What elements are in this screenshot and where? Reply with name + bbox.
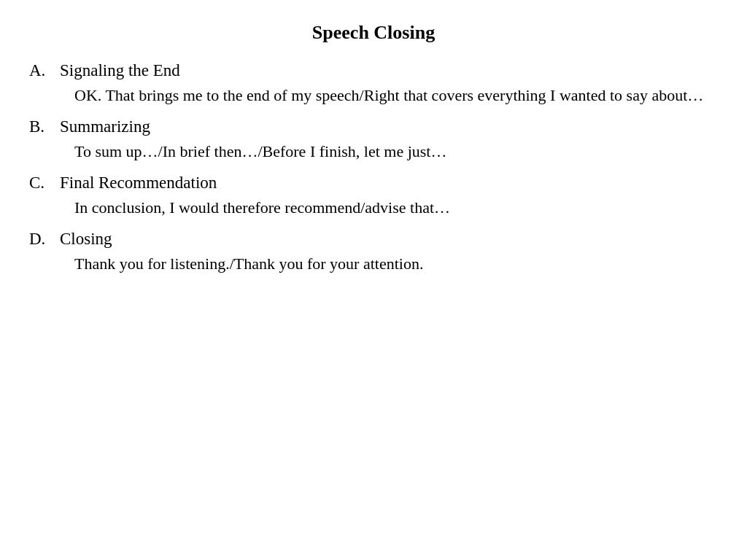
section-letter: C. xyxy=(29,174,51,192)
section-heading: Closing xyxy=(60,230,112,249)
section-header: A. Signaling the End xyxy=(29,61,718,80)
section-heading: Signaling the End xyxy=(60,61,180,80)
section-body: Thank you for listening./Thank you for y… xyxy=(74,252,718,276)
section-heading: Final Recommendation xyxy=(60,174,217,192)
section-heading: Summarizing xyxy=(60,117,150,136)
sections-container: A. Signaling the End OK. That brings me … xyxy=(29,61,718,276)
section-header: B. Summarizing xyxy=(29,117,718,136)
section-letter: A. xyxy=(29,61,51,80)
section-header: C. Final Recommendation xyxy=(29,174,718,192)
section-item: D. Closing Thank you for listening./Than… xyxy=(29,230,718,276)
page-title: Speech Closing xyxy=(29,22,718,44)
section-letter: D. xyxy=(29,230,51,249)
section-letter: B. xyxy=(29,117,51,136)
section-body: To sum up…/In brief then…/Before I finis… xyxy=(74,139,718,163)
section-item: C. Final Recommendation In conclusion, I… xyxy=(29,174,718,219)
section-item: A. Signaling the End OK. That brings me … xyxy=(29,61,718,107)
section-body: OK. That brings me to the end of my spee… xyxy=(74,83,718,107)
section-header: D. Closing xyxy=(29,230,718,249)
section-item: B. Summarizing To sum up…/In brief then…… xyxy=(29,117,718,163)
section-body: In conclusion, I would therefore recomme… xyxy=(74,195,718,219)
